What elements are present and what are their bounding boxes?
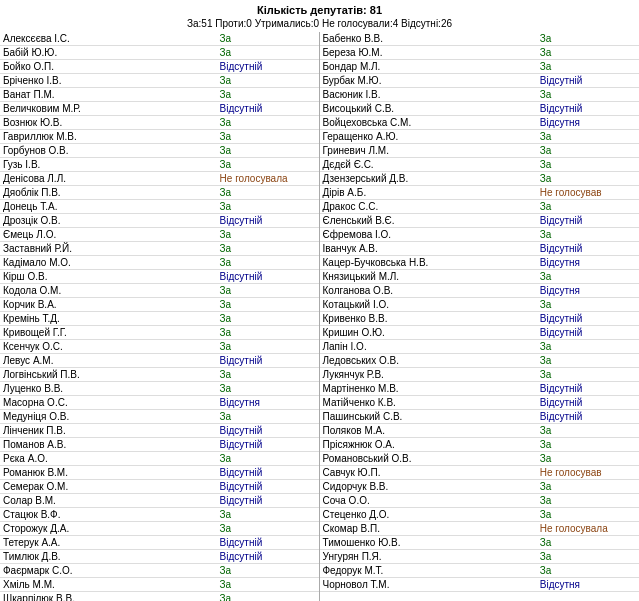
table-row: Бріченко І.В.За bbox=[0, 74, 319, 88]
right-column: Бабенко В.В.ЗаБереза Ю.М.ЗаБондар М.Л.За… bbox=[320, 32, 640, 601]
table-row: Поманов А.В.Відсутній bbox=[0, 438, 319, 452]
person-vote: Не голосувала bbox=[537, 522, 639, 536]
person-name: Федорук М.Т. bbox=[320, 564, 537, 578]
table-row: Тимлюк Д.В.Відсутній bbox=[0, 550, 319, 564]
person-vote: За bbox=[217, 522, 319, 536]
person-vote: За bbox=[217, 368, 319, 382]
person-name: Ксенчук О.С. bbox=[0, 340, 217, 354]
person-name: Гриневич Л.М. bbox=[320, 144, 537, 158]
table-row: Гузь І.В.За bbox=[0, 158, 319, 172]
person-name: Масорна О.С. bbox=[0, 396, 217, 410]
person-name: Прісяжнюк О.А. bbox=[320, 438, 537, 452]
table-row: Логвінський П.В.За bbox=[0, 368, 319, 382]
person-name: Шкарпілюк В.В. bbox=[0, 592, 217, 602]
person-name: Унгурян П.Я. bbox=[320, 550, 537, 564]
person-name: Ледовських О.В. bbox=[320, 354, 537, 368]
table-row: Гриневич Л.М.За bbox=[320, 144, 640, 158]
person-name: Дяоблік П.В. bbox=[0, 186, 217, 200]
person-name: Скомар В.П. bbox=[320, 522, 537, 536]
person-vote: Відсутня bbox=[537, 578, 639, 592]
table-row: Ванат П.М.За bbox=[0, 88, 319, 102]
table-row: Поляков М.А.За bbox=[320, 424, 640, 438]
person-name: Іванчук А.В. bbox=[320, 242, 537, 256]
left-column: Алексєєва І.С.ЗаБабій Ю.Ю.ЗаБойко О.П.Ві… bbox=[0, 32, 320, 601]
person-name: Сидорчук В.В. bbox=[320, 480, 537, 494]
table-row: Величковим М.Р.Відсутній bbox=[0, 102, 319, 116]
person-vote: Відсутній bbox=[217, 494, 319, 508]
person-vote: За bbox=[537, 452, 639, 466]
table-row: Гавриллюк М.В.За bbox=[0, 130, 319, 144]
table-row: Чорновол Т.М.Відсутня bbox=[320, 578, 640, 592]
person-vote: За bbox=[217, 186, 319, 200]
table-row: Романовський О.В.За bbox=[320, 452, 640, 466]
person-name: Кремінь Т.Д. bbox=[0, 312, 217, 326]
person-vote: Відсутній bbox=[217, 466, 319, 480]
person-name: Чорновол Т.М. bbox=[320, 578, 537, 592]
table-row: Лінченик П.В.Відсутній bbox=[0, 424, 319, 438]
table-row: Федорук М.Т.За bbox=[320, 564, 640, 578]
table-row: Дірів А.Б.Не голосував bbox=[320, 186, 640, 200]
table-row: Медуніця О.В.За bbox=[0, 410, 319, 424]
person-vote: За bbox=[537, 32, 639, 46]
person-vote: Не голосувала bbox=[217, 172, 319, 186]
table-row: Лукянчук Р.В.За bbox=[320, 368, 640, 382]
person-name: Дзензерський Д.В. bbox=[320, 172, 537, 186]
person-name: Корчик В.А. bbox=[0, 298, 217, 312]
person-name: Тетерук А.А. bbox=[0, 536, 217, 550]
table-row: Денісова Л.Л.Не голосувала bbox=[0, 172, 319, 186]
table-row: Ксенчук О.С.За bbox=[0, 340, 319, 354]
table-row: Бабій Ю.Ю.За bbox=[0, 46, 319, 60]
person-name: Донець Т.А. bbox=[0, 200, 217, 214]
table-row: Ємець Л.О.За bbox=[0, 228, 319, 242]
left-data-table: Алексєєва І.С.ЗаБабій Ю.Ю.ЗаБойко О.П.Ві… bbox=[0, 32, 319, 601]
table-row: Левус А.М.Відсутній bbox=[0, 354, 319, 368]
person-vote: Відсутній bbox=[217, 424, 319, 438]
person-vote: За bbox=[537, 550, 639, 564]
person-name: Левус А.М. bbox=[0, 354, 217, 368]
table-row: Висоцький С.В.Відсутній bbox=[320, 102, 640, 116]
person-vote: За bbox=[537, 536, 639, 550]
table-row: Єленський В.Є.Відсутній bbox=[320, 214, 640, 228]
table-row: Фаєрмарк С.О.За bbox=[0, 564, 319, 578]
table-row: Корчик В.А.За bbox=[0, 298, 319, 312]
person-vote: За bbox=[217, 592, 319, 602]
person-vote: За bbox=[217, 158, 319, 172]
person-vote: Відсутній bbox=[537, 410, 639, 424]
table-row: Кацер-Бучковська Н.В.Відсутня bbox=[320, 256, 640, 270]
table-row: Скомар В.П.Не голосувала bbox=[320, 522, 640, 536]
person-vote: Відсутній bbox=[217, 214, 319, 228]
person-vote: За bbox=[537, 200, 639, 214]
person-vote: За bbox=[537, 88, 639, 102]
table-row: Кадімало М.О.За bbox=[0, 256, 319, 270]
person-name: Вознюк Ю.В. bbox=[0, 116, 217, 130]
table-row: Геращенко А.Ю.За bbox=[320, 130, 640, 144]
table-row: Масорна О.С.Відсутня bbox=[0, 396, 319, 410]
vote-summary: За:51 Проти:0 Утримались:0 Не голосували… bbox=[0, 18, 639, 29]
table-row: Береза Ю.М.За bbox=[320, 46, 640, 60]
person-vote: За bbox=[537, 368, 639, 382]
table-row: Дєдєй Є.С.За bbox=[320, 158, 640, 172]
table-row: Тетерук А.А.Відсутній bbox=[0, 536, 319, 550]
table-row: Горбунов О.В.За bbox=[0, 144, 319, 158]
table-row: Савчук Ю.П.Не голосував bbox=[320, 466, 640, 480]
person-vote: За bbox=[217, 298, 319, 312]
person-name: Романюк В.М. bbox=[0, 466, 217, 480]
person-vote: За bbox=[217, 88, 319, 102]
person-vote: За bbox=[217, 382, 319, 396]
table-row: Колганова О.В.Відсутня bbox=[320, 284, 640, 298]
table-row: Стацюк В.Ф.За bbox=[0, 508, 319, 522]
table-row: Кривенко В.В.Відсутній bbox=[320, 312, 640, 326]
person-vote: За bbox=[537, 172, 639, 186]
table-row: Сторожук Д.А.За bbox=[0, 522, 319, 536]
person-vote: Відсутній bbox=[537, 242, 639, 256]
person-name: Логвінський П.В. bbox=[0, 368, 217, 382]
person-name: Пашинський С.В. bbox=[320, 410, 537, 424]
person-name: Поляков М.А. bbox=[320, 424, 537, 438]
table-row: Дрозцік О.В.Відсутній bbox=[0, 214, 319, 228]
person-vote: За bbox=[217, 578, 319, 592]
table-row: Солар В.М.Відсутній bbox=[0, 494, 319, 508]
person-vote: За bbox=[217, 74, 319, 88]
page-title: Кількість депутатів: 81 bbox=[0, 0, 639, 18]
table-row: Кодола О.М.За bbox=[0, 284, 319, 298]
table-row: Мартіненко М.В.Відсутній bbox=[320, 382, 640, 396]
